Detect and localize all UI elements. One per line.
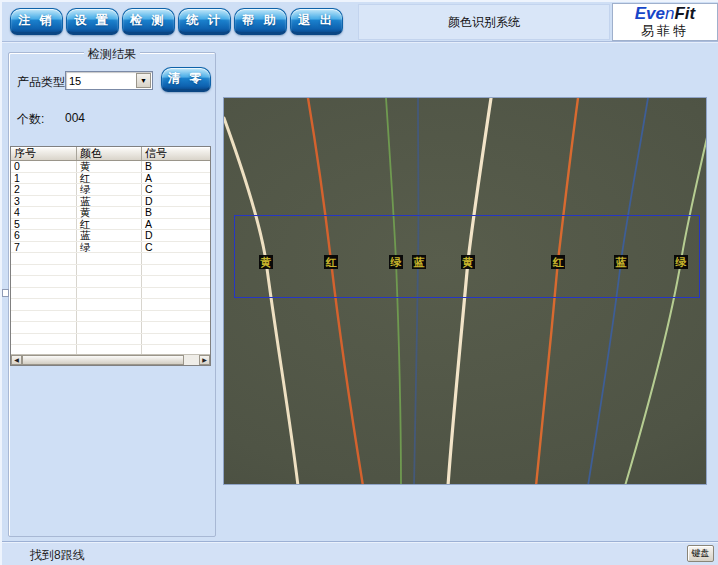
table-row-empty[interactable]: [11, 276, 210, 288]
table-row-empty[interactable]: [11, 311, 210, 323]
toolbar-button-exit[interactable]: 退 出: [290, 8, 343, 35]
table-cell: [77, 311, 142, 322]
table-cell: [77, 276, 142, 287]
table-row-empty[interactable]: [11, 265, 210, 277]
table-hscrollbar[interactable]: ◀ ▶: [11, 354, 210, 365]
table-cell: 7: [11, 242, 77, 253]
table-body: 0黄B1红A2绿C3蓝D4黄B5红A6蓝D7绿C: [11, 161, 210, 357]
table-cell: C: [142, 184, 210, 195]
table-row[interactable]: 1红A: [11, 173, 210, 185]
table-cell: 5: [11, 219, 77, 230]
table-cell: [142, 299, 210, 310]
wire-color-label: 黄: [461, 255, 475, 269]
toolbar-button-settings[interactable]: 设 置: [66, 8, 119, 35]
table-row-empty[interactable]: [11, 253, 210, 265]
table-cell: D: [142, 196, 210, 207]
table-cell: 0: [11, 161, 77, 172]
table-cell: 红: [77, 173, 142, 184]
table-row-empty[interactable]: [11, 322, 210, 334]
table-cell: B: [142, 161, 210, 172]
table-row-empty[interactable]: [11, 288, 210, 300]
table-cell: 蓝: [77, 230, 142, 241]
scroll-left-arrow-icon[interactable]: ◀: [11, 355, 22, 365]
table-row[interactable]: 3蓝D: [11, 196, 210, 208]
logo: EvenFit 易菲特: [612, 3, 718, 41]
table-row[interactable]: 6蓝D: [11, 230, 210, 242]
table-cell: B: [142, 207, 210, 218]
keyboard-button[interactable]: 键盘: [687, 545, 714, 562]
table-cell: [142, 276, 210, 287]
product-type-select[interactable]: 15 ▼: [65, 71, 153, 90]
toolbar-button-detect[interactable]: 检 测: [122, 8, 175, 35]
wire-color-label: 蓝: [412, 255, 426, 269]
wire-color-label: 红: [551, 255, 565, 269]
table-cell: A: [142, 219, 210, 230]
wire-color-label: 黄: [259, 255, 273, 269]
results-table: 序号 颜色 信号 0黄B1红A2绿C3蓝D4黄B5红A6蓝D7绿C ◀ ▶: [10, 146, 211, 366]
table-cell: [77, 265, 142, 276]
scroll-right-arrow-icon[interactable]: ▶: [199, 355, 210, 365]
toolbar: 注 销设 置检 测统 计帮 助退 出 颜色识别系统 EvenFit 易菲特: [2, 2, 718, 42]
panel-resize-handle[interactable]: [2, 289, 9, 297]
product-type-value: 15: [69, 75, 81, 87]
table-cell: [142, 253, 210, 264]
toolbar-button-stats[interactable]: 统 计: [178, 8, 231, 35]
toolbar-button-logout[interactable]: 注 销: [10, 8, 63, 35]
table-cell: [11, 299, 77, 310]
table-cell: 6: [11, 230, 77, 241]
table-cell: [11, 288, 77, 299]
table-cell: 黄: [77, 207, 142, 218]
table-row[interactable]: 5红A: [11, 219, 210, 231]
wire-color-label: 绿: [389, 255, 403, 269]
wire-color-label: 红: [324, 255, 338, 269]
table-row-empty[interactable]: [11, 334, 210, 346]
table-cell: [11, 334, 77, 345]
table-cell: 绿: [77, 242, 142, 253]
table-cell: [77, 322, 142, 333]
wire-green-2: [625, 133, 707, 485]
toolbar-buttons: 注 销设 置检 测统 计帮 助退 出: [10, 8, 343, 35]
table-cell: [142, 288, 210, 299]
table-row[interactable]: 4黄B: [11, 207, 210, 219]
status-message: 找到8跟线: [30, 547, 85, 564]
toolbar-button-help[interactable]: 帮 助: [234, 8, 287, 35]
table-cell: 2: [11, 184, 77, 195]
table-cell: [11, 311, 77, 322]
table-cell: 红: [77, 219, 142, 230]
table-row[interactable]: 2绿C: [11, 184, 210, 196]
column-header-color[interactable]: 颜色: [77, 147, 142, 160]
chevron-down-icon[interactable]: ▼: [136, 73, 151, 88]
count-label: 个数:: [17, 111, 44, 128]
column-header-signal[interactable]: 信号: [142, 147, 210, 160]
title-panel: 颜色识别系统: [358, 4, 610, 40]
clear-button[interactable]: 清 零: [161, 67, 211, 92]
table-cell: 蓝: [77, 196, 142, 207]
status-bar: 找到8跟线 键盘: [2, 541, 718, 565]
table-cell: [77, 334, 142, 345]
logo-subtitle: 易菲特: [613, 23, 717, 39]
camera-view: 黄红绿蓝黄红蓝绿: [223, 97, 707, 485]
table-row-empty[interactable]: [11, 299, 210, 311]
table-cell: 1: [11, 173, 77, 184]
table-cell: [11, 265, 77, 276]
logo-wordmark: EvenFit: [613, 4, 717, 23]
table-cell: A: [142, 173, 210, 184]
table-cell: [77, 253, 142, 264]
table-cell: 黄: [77, 161, 142, 172]
scrollbar-thumb[interactable]: [22, 355, 184, 365]
table-cell: [142, 311, 210, 322]
table-cell: D: [142, 230, 210, 241]
table-header: 序号 颜色 信号: [11, 147, 210, 161]
wire-color-label: 绿: [674, 255, 688, 269]
table-cell: [142, 334, 210, 345]
table-row[interactable]: 0黄B: [11, 161, 210, 173]
table-cell: 绿: [77, 184, 142, 195]
column-header-index[interactable]: 序号: [11, 147, 77, 160]
product-type-label: 产品类型:: [17, 74, 68, 91]
table-row[interactable]: 7绿C: [11, 242, 210, 254]
table-cell: [11, 276, 77, 287]
count-value: 004: [65, 111, 85, 125]
app-title: 颜色识别系统: [359, 5, 609, 39]
wire-color-label: 蓝: [614, 255, 628, 269]
table-cell: [11, 253, 77, 264]
